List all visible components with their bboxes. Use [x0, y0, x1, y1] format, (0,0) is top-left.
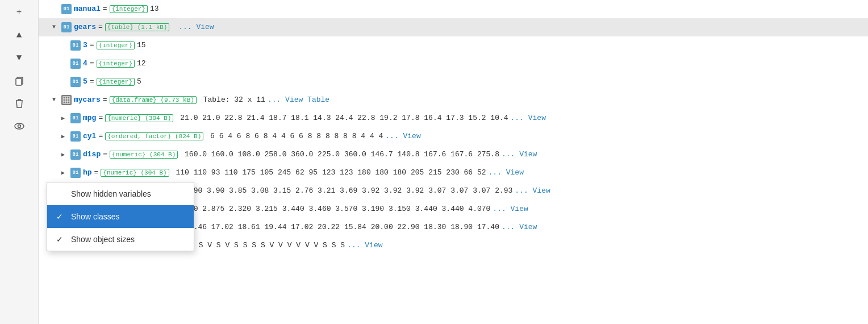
- cyl-view-link[interactable]: ... View: [385, 132, 420, 140]
- gears-5-row: 01 5 = {integer} 5: [39, 73, 868, 91]
- gears-5-varname: 5: [83, 77, 87, 86]
- env-rows: 01 manual = {integer} 13 ▼ 01 gears = {t…: [39, 0, 868, 324]
- gears-3-value: 15: [137, 41, 146, 49]
- disp-view-link[interactable]: ... View: [502, 150, 537, 159]
- wt-view-link[interactable]: ... View: [493, 205, 528, 213]
- disp-value: 160.0 160.0 108.0 258.0 360.0 225.0 360.…: [180, 150, 499, 159]
- mpg-equals: =: [98, 114, 103, 122]
- mycars-row: ▼ mycars = {data.frame} (9.73 kB) Table:…: [39, 91, 868, 109]
- drat-view-link[interactable]: ... View: [515, 186, 550, 195]
- cyl-value: 6 6 4 6 8 6 8 4 4 6 6 8 8 8 8 8 8 4 4 4: [206, 132, 383, 140]
- gears-4-equals: =: [90, 59, 94, 68]
- gears-5-equals: =: [90, 77, 94, 86]
- mycars-view-link[interactable]: ... View Table: [268, 95, 329, 104]
- hp-varname: hp: [83, 168, 92, 177]
- manual-varname: manual: [74, 5, 101, 13]
- mycars-varname: mycars: [74, 95, 101, 104]
- disp-varname: disp: [83, 150, 101, 159]
- cyl-expand-arrow[interactable]: ▶: [61, 133, 69, 140]
- hp-expand-arrow[interactable]: ▶: [61, 169, 69, 176]
- gears-view-link[interactable]: ... View: [178, 23, 214, 31]
- gears-4-badge: 01: [70, 59, 81, 69]
- disp-expand-arrow[interactable]: ▶: [61, 151, 69, 158]
- gears-type: {table} (1.1 kB): [105, 23, 170, 31]
- add-button[interactable]: +: [9, 2, 30, 23]
- svg-point-3: [18, 125, 20, 128]
- gears-3-type: {integer}: [97, 41, 135, 49]
- cyl-type: {ordered, factor} (824 B): [105, 132, 203, 140]
- show-hidden-item[interactable]: Show hidden variables: [47, 182, 194, 205]
- wt-value: 2.620 2.875 2.320 3.215 3.440 3.460 3.57…: [172, 205, 491, 213]
- scroll-down-button[interactable]: ▼: [9, 48, 30, 68]
- gears-5-type: {integer}: [97, 78, 135, 86]
- cyl-varname: cyl: [83, 132, 96, 140]
- show-sizes-item[interactable]: ✓ Show object sizes: [47, 228, 194, 251]
- context-menu: Show hidden variables ✓ Show classes ✓ S…: [47, 182, 194, 251]
- show-sizes-label: Show object sizes: [71, 235, 135, 244]
- mpg-badge: 01: [70, 113, 81, 123]
- gears-equals: =: [98, 23, 103, 31]
- view-button[interactable]: [9, 116, 30, 136]
- gears-5-value: 5: [137, 77, 141, 86]
- vs-view-link[interactable]: ... View: [347, 241, 382, 250]
- disp-type: {numeric} (304 B): [110, 151, 178, 159]
- hp-row: ▶ 01 hp = {numeric} (304 B) 110 110 93 1…: [39, 164, 868, 182]
- mycars-type: {data.frame} (9.73 kB): [110, 96, 197, 104]
- manual-row: 01 manual = {integer} 13: [39, 0, 868, 18]
- cyl-equals: =: [98, 132, 103, 140]
- manual-badge: 01: [61, 4, 72, 14]
- qsec-view-link[interactable]: ... View: [502, 223, 537, 231]
- hp-view-link[interactable]: ... View: [489, 168, 524, 177]
- mycars-equals: =: [103, 95, 107, 104]
- gears-4-varname: 4: [83, 59, 87, 68]
- mpg-type: {numeric} (304 B): [105, 114, 173, 122]
- hp-badge: 01: [70, 168, 81, 178]
- gears-4-value: 12: [137, 59, 146, 68]
- gears-varname: gears: [74, 23, 96, 31]
- show-classes-check: ✓: [56, 212, 66, 221]
- mycars-expand-arrow[interactable]: ▼: [52, 97, 60, 103]
- hp-type: {numeric} (304 B): [101, 169, 169, 177]
- delete-button[interactable]: [9, 93, 30, 114]
- scroll-up-button[interactable]: ▲: [9, 25, 30, 45]
- sidebar: + ▲ ▼: [0, 0, 39, 324]
- disp-row: ▶ 01 disp = {numeric} (304 B) 160.0 160.…: [39, 146, 868, 164]
- gears-badge: 01: [61, 22, 72, 32]
- mpg-varname: mpg: [83, 114, 96, 122]
- mpg-expand-arrow[interactable]: ▶: [61, 115, 69, 122]
- main-container: + ▲ ▼ 01 manual: [0, 0, 868, 324]
- disp-badge: 01: [70, 149, 81, 160]
- mpg-value: 21.0 21.0 22.8 21.4 18.7 18.1 14.3 24.4 …: [176, 114, 508, 122]
- gears-value: [172, 23, 176, 31]
- mycars-badge: [61, 95, 72, 105]
- gears-3-row: 01 3 = {integer} 15: [39, 36, 868, 55]
- show-sizes-check: ✓: [56, 235, 66, 244]
- gears-5-badge: 01: [70, 77, 81, 87]
- gears-3-equals: =: [90, 41, 94, 49]
- drat-value: 3.90 3.90 3.85 3.08 3.15 2.76 3.21 3.69 …: [180, 186, 512, 195]
- mycars-value: Table: 32 x 11: [199, 95, 265, 104]
- gears-3-varname: 3: [83, 41, 87, 49]
- cyl-row: ▶ 01 cyl = {ordered, factor} (824 B) 6 6…: [39, 127, 868, 146]
- gears-4-row: 01 4 = {integer} 12: [39, 55, 868, 73]
- hp-value: 110 110 93 110 175 105 245 62 95 123 123…: [172, 168, 486, 177]
- manual-value: 13: [150, 5, 159, 13]
- show-hidden-check: [56, 189, 66, 198]
- show-classes-label: Show classes: [71, 212, 120, 221]
- gears-3-badge: 01: [70, 40, 81, 51]
- svg-rect-4: [63, 97, 70, 103]
- disp-equals: =: [103, 150, 107, 159]
- show-classes-item[interactable]: ✓ Show classes: [47, 205, 194, 228]
- content-area: 01 manual = {integer} 13 ▼ 01 gears = {t…: [39, 0, 868, 324]
- gears-row: ▼ 01 gears = {table} (1.1 kB) ... View: [39, 18, 868, 36]
- manual-equals: =: [103, 5, 107, 13]
- mpg-row: ▶ 01 mpg = {numeric} (304 B) 21.0 21.0 2…: [39, 109, 868, 127]
- svg-point-2: [15, 123, 24, 129]
- copy-button[interactable]: [9, 70, 30, 91]
- gears-4-type: {integer}: [97, 60, 135, 68]
- show-hidden-label: Show hidden variables: [71, 189, 151, 198]
- manual-type: {integer}: [110, 5, 148, 13]
- qsec-value: 16.46 17.02 18.61 19.44 17.02 20.22 15.8…: [180, 223, 499, 231]
- mpg-view-link[interactable]: ... View: [511, 114, 546, 122]
- gears-expand-arrow[interactable]: ▼: [52, 24, 60, 30]
